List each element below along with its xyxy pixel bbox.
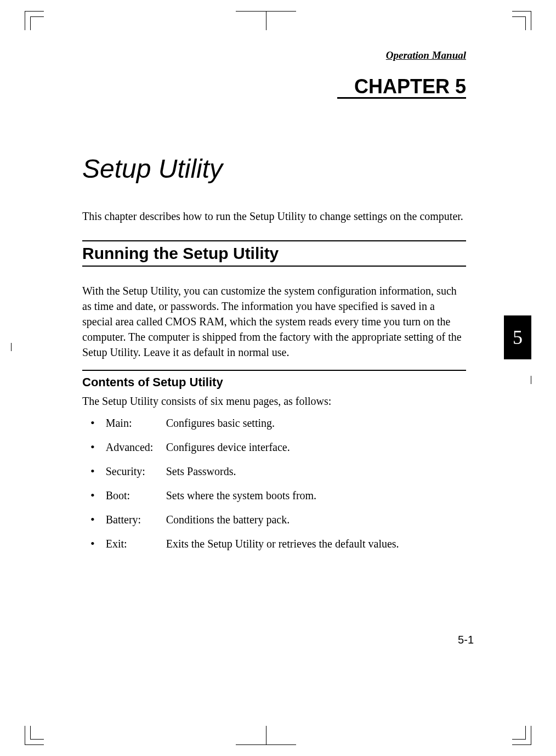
menu-list: Main: Configures basic setting. Advanced… [82, 416, 466, 551]
list-item-description: Configures device interface. [166, 441, 290, 454]
intro-text: This chapter describes how to run the Se… [82, 208, 466, 224]
list-item: Main: Configures basic setting. [82, 416, 466, 430]
list-item-description: Sets Passwords. [166, 465, 236, 478]
subsection-heading: Contents of Setup Utility [82, 375, 466, 390]
list-item-description: Sets where the system boots from. [166, 489, 316, 502]
list-item-description: Exits the Setup Utility or retrieves the… [166, 538, 399, 550]
list-item: Battery: Conditions the battery pack. [82, 512, 466, 527]
crop-mark-top-left [25, 11, 44, 30]
crop-mark-bottom-center [236, 726, 296, 745]
chapter-tab-number: 5 [513, 326, 523, 349]
page-number: 5-1 [458, 634, 474, 646]
document-header: Operation Manual [82, 49, 466, 61]
list-item-description: Conditions the battery pack. [166, 514, 290, 526]
list-item-label: Exit: [106, 538, 166, 550]
list-item-label: Battery: [106, 514, 166, 526]
list-item: Advanced: Configures device interface. [82, 440, 466, 454]
list-item: Security: Sets Passwords. [82, 464, 466, 478]
chapter-tab: 5 [504, 315, 531, 359]
page-title: Setup Utility [82, 154, 466, 184]
list-item: Exit: Exits the Setup Utility or retriev… [82, 537, 466, 551]
list-item-label: Advanced: [106, 441, 166, 454]
crop-mark-bottom-left [25, 726, 44, 745]
crop-mark-bottom-right [512, 726, 531, 745]
crop-mark-top-center [236, 11, 296, 30]
chapter-tab-tick [531, 376, 531, 384]
subsection-wrapper: Contents of Setup Utility [82, 370, 466, 390]
list-item: Boot: Sets where the system boots from. [82, 488, 466, 503]
list-item-label: Main: [106, 417, 166, 430]
list-intro: The Setup Utility consists of six menu p… [82, 395, 466, 408]
list-item-label: Security: [106, 465, 166, 478]
chapter-heading: CHAPTER 5 [82, 75, 466, 98]
section-heading: Running the Setup Utility [82, 244, 466, 263]
section-heading-wrapper: Running the Setup Utility [82, 240, 466, 267]
body-text: With the Setup Utility, you can customiz… [82, 283, 466, 360]
side-tick-mark [11, 343, 12, 351]
crop-mark-top-right [512, 11, 531, 30]
list-item-label: Boot: [106, 489, 166, 502]
page-content: Operation Manual CHAPTER 5 Setup Utility… [82, 49, 466, 561]
list-item-description: Configures basic setting. [166, 417, 275, 430]
